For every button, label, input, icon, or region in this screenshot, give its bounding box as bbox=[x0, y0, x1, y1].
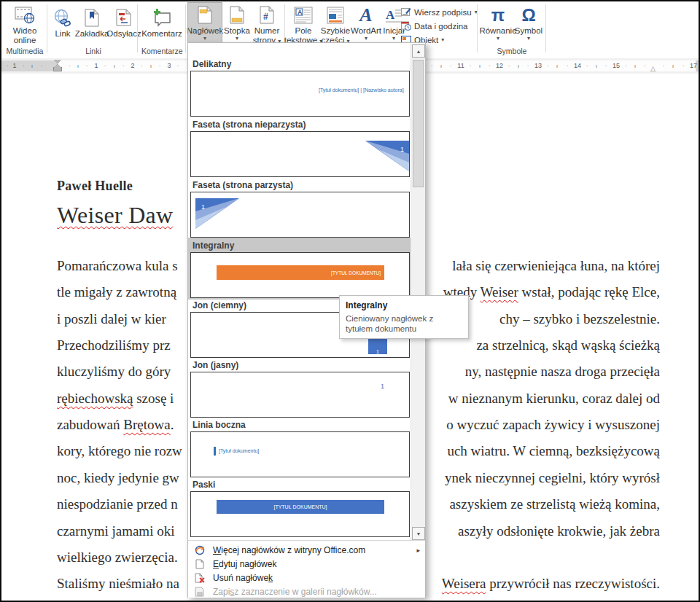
svg-text:A: A bbox=[298, 9, 303, 16]
wiersz-podpisu-label: Wiersz podpisu bbox=[414, 8, 472, 17]
ruler-mark: · bbox=[625, 60, 627, 71]
data-i-godzina-button[interactable]: Data i godzina bbox=[401, 20, 477, 32]
gallery-item-linia-boczna[interactable]: [Tytuł dokumentu] bbox=[190, 431, 410, 477]
gallery-item-jon-jasny[interactable]: 1 bbox=[190, 372, 410, 418]
wiersz-podpisu-button[interactable]: Wiersz podpisu ▾ bbox=[401, 6, 477, 18]
group-label-komentarze: Komentarze bbox=[141, 47, 182, 55]
chevron-down-icon: ▾ bbox=[236, 36, 238, 41]
gallery-item-label-integralny: Integralny bbox=[192, 241, 234, 251]
scroll-up-button[interactable]: ▲ bbox=[412, 44, 425, 58]
wordart-button[interactable]: A WordArt ▾ bbox=[351, 3, 381, 47]
ruler-mark: 3 bbox=[167, 60, 171, 71]
komentarz-button[interactable]: Komentarz bbox=[141, 6, 182, 50]
menu-item-remove-header[interactable]: Usuń nagłówek bbox=[188, 571, 425, 585]
ruler-mark: · bbox=[86, 60, 88, 71]
ruler-mark: ı bbox=[114, 60, 115, 71]
right-indent-marker[interactable]: △ bbox=[650, 65, 656, 72]
remove-header-icon bbox=[194, 572, 205, 583]
svg-text:A: A bbox=[386, 8, 395, 22]
ruler-mark: ı bbox=[518, 60, 519, 71]
bookmark-icon bbox=[84, 7, 100, 29]
pole-tekstowe-label-1: Pole bbox=[295, 26, 311, 36]
svg-text:1: 1 bbox=[400, 146, 404, 153]
wideo-online-label-1: Wideo bbox=[13, 26, 37, 36]
scroll-down-button[interactable]: ▼ bbox=[412, 527, 425, 540]
first-line-indent-marker[interactable] bbox=[54, 60, 61, 63]
rownanie-button[interactable]: π Równanie ▾ bbox=[481, 3, 515, 47]
linia-boczna-preview-text: [Tytuł dokumentu] bbox=[219, 448, 259, 453]
ruler-mark: 12 bbox=[496, 60, 503, 71]
menu-item-save-selection: Zapisz zaznaczenie w galerii nagłówków..… bbox=[188, 585, 425, 598]
gallery-item-faseta-parzysta[interactable]: 1 bbox=[190, 192, 410, 238]
numer-strony-label-1: Numer bbox=[254, 26, 280, 36]
pi-icon: π bbox=[491, 6, 505, 25]
gallery-item-integralny[interactable]: [TYTUŁ DOKUMENTU] bbox=[190, 252, 410, 298]
ruler-mark: ı bbox=[596, 60, 597, 71]
hanging-indent-marker[interactable] bbox=[54, 64, 61, 68]
symbol-button[interactable]: Ω Symbol ▾ bbox=[515, 3, 542, 47]
gallery-scrollbar[interactable]: ▲ ▼ bbox=[411, 44, 425, 540]
delikatny-preview-text: [Tytuł dokumentu] | [Nazwisko autora] bbox=[319, 87, 404, 93]
pole-tekstowe-button[interactable]: A Pole tekstowe ▾ bbox=[287, 3, 319, 47]
svg-text:#: # bbox=[263, 12, 268, 22]
gallery-item-label-linia-boczna: Linia boczna bbox=[192, 420, 246, 430]
ruler-mark: · bbox=[177, 60, 179, 71]
group-label-multimedia: Multimedia bbox=[6, 47, 44, 55]
paski-title-bar: [TYTUŁ DOKUMENTU] bbox=[217, 500, 384, 514]
ruler-mark: · bbox=[141, 60, 143, 71]
tooltip-body: Cieniowany nagłówek z tytułem dokumentu bbox=[346, 313, 455, 334]
scrollbar-thumb[interactable] bbox=[413, 60, 424, 187]
left-indent-marker[interactable] bbox=[54, 68, 61, 71]
odsylacz-button[interactable]: Odsyłacz bbox=[108, 6, 140, 50]
zakladka-button[interactable]: Zakładka bbox=[76, 6, 108, 50]
gallery-item-paski[interactable]: [TYTUŁ DOKUMENTU] bbox=[190, 491, 410, 537]
wideo-online-button[interactable]: Wideo online bbox=[6, 3, 44, 47]
ruler-mark: 2 bbox=[131, 60, 134, 71]
edit-header-icon bbox=[194, 558, 205, 569]
chevron-down-icon: ▾ bbox=[392, 36, 395, 41]
ruler-mark: 17 bbox=[690, 60, 697, 71]
chevron-down-icon: ▾ bbox=[365, 36, 368, 41]
chevron-down-icon: ▾ bbox=[441, 36, 444, 43]
integralny-title-bar: [TYTUŁ DOKUMENTU] bbox=[217, 265, 384, 280]
ruler-mark: 1 bbox=[94, 60, 98, 71]
ruler-mark: · bbox=[69, 60, 71, 71]
ruler-mark: 11 bbox=[457, 60, 464, 71]
indent-markers[interactable] bbox=[54, 60, 62, 72]
ruler-mark: 1 bbox=[12, 60, 16, 71]
ruler-mark: · bbox=[527, 60, 529, 71]
szybkie-czesci-button[interactable]: Szybkie części ▾ bbox=[319, 3, 351, 47]
link-label: Link bbox=[55, 29, 70, 39]
cross-reference-icon bbox=[115, 7, 133, 29]
ruler-mark: · bbox=[663, 60, 665, 71]
menu-item-more-headers[interactable]: Więcej nagłówków z witryny Office.com ▸ bbox=[188, 543, 425, 557]
link-button[interactable]: Link bbox=[50, 6, 76, 50]
officecom-icon bbox=[194, 544, 205, 555]
ruler-mark: ı bbox=[479, 60, 481, 71]
gallery-item-label-jon-jasny: Jon (jasny) bbox=[192, 360, 238, 370]
drop-cap-icon: A bbox=[385, 4, 402, 26]
stopka-button[interactable]: Stopka ▾ bbox=[223, 3, 251, 47]
numer-strony-button[interactable]: # Numer strony ▾ bbox=[251, 3, 283, 47]
ruler-mark: · bbox=[547, 60, 549, 71]
group-label-symbole: Symbole bbox=[481, 47, 542, 55]
ruler-mark: · bbox=[104, 60, 106, 71]
gallery-item-delikatny[interactable]: [Tytuł dokumentu] | [Nazwisko autora] bbox=[190, 71, 410, 117]
ruler-mark: · bbox=[644, 60, 646, 71]
faseta-corner-graphic: 1 bbox=[365, 141, 409, 171]
faseta-corner-graphic: 1 bbox=[195, 198, 239, 229]
ruler-mark: 15 bbox=[612, 60, 620, 71]
signature-line-icon bbox=[401, 7, 411, 17]
ruler-mark: · bbox=[470, 60, 472, 71]
ruler-mark: ı bbox=[672, 60, 674, 71]
gallery-item-label-faseta-parzysta: Faseta (strona parzysta) bbox=[192, 180, 293, 190]
gallery-item-label-faseta-nieparzysta: Faseta (strona nieparzysta) bbox=[192, 120, 306, 130]
footer-icon bbox=[229, 4, 245, 26]
save-selection-icon bbox=[194, 586, 205, 597]
odsylacz-label: Odsyłacz bbox=[106, 29, 141, 39]
menu-item-edit-header[interactable]: Edytuj nagłówek bbox=[188, 557, 425, 571]
ruler-mark: · bbox=[489, 60, 491, 71]
gallery-item-faseta-nieparzysta[interactable]: 1 bbox=[190, 131, 410, 177]
ruler-mark: · bbox=[122, 60, 125, 71]
ruler-mark: ı bbox=[77, 60, 79, 71]
